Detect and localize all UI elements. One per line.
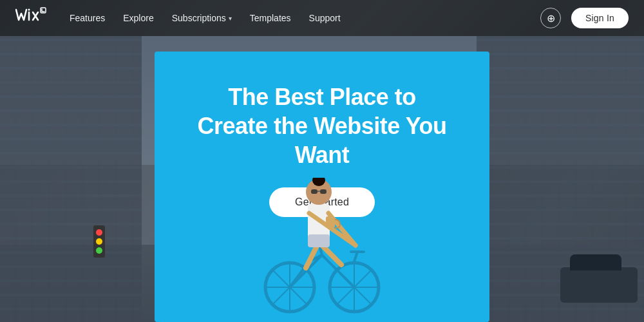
nav-links: Features Explore Subscriptions ▾ Templat… [70, 13, 540, 23]
nav-link-subscriptions[interactable]: Subscriptions ▾ [172, 13, 232, 23]
nav-link-support[interactable]: Support [309, 13, 341, 23]
subscriptions-chevron: ▾ [229, 15, 232, 22]
nav-link-explore[interactable]: Explore [123, 13, 153, 23]
navbar: Features Explore Subscriptions ▾ Templat… [0, 0, 644, 36]
svg-rect-28 [308, 234, 330, 247]
svg-point-0 [28, 9, 30, 11]
wix-logo[interactable] [15, 7, 46, 29]
hero-title: The Best Place to Create the Website You… [180, 82, 464, 169]
svg-rect-31 [320, 189, 327, 194]
traffic-light-yellow [96, 238, 102, 245]
traffic-light-red [96, 229, 102, 236]
traffic-light-green [96, 247, 102, 254]
svg-line-20 [354, 252, 357, 261]
nav-right: ⊕ Sign In [540, 8, 629, 28]
nav-link-features[interactable]: Features [70, 13, 105, 23]
hero-illustration [245, 178, 399, 322]
hero-panel: The Best Place to Create the Website You… [155, 52, 489, 322]
svg-rect-34 [326, 216, 335, 228]
globe-icon: ⊕ [547, 12, 555, 24]
svg-rect-30 [311, 189, 317, 194]
signin-button[interactable]: Sign In [571, 8, 629, 28]
svg-rect-4 [41, 8, 46, 13]
car-right [560, 267, 638, 303]
traffic-light [93, 225, 105, 258]
language-selector[interactable]: ⊕ [540, 8, 561, 28]
nav-link-templates[interactable]: Templates [250, 13, 291, 23]
